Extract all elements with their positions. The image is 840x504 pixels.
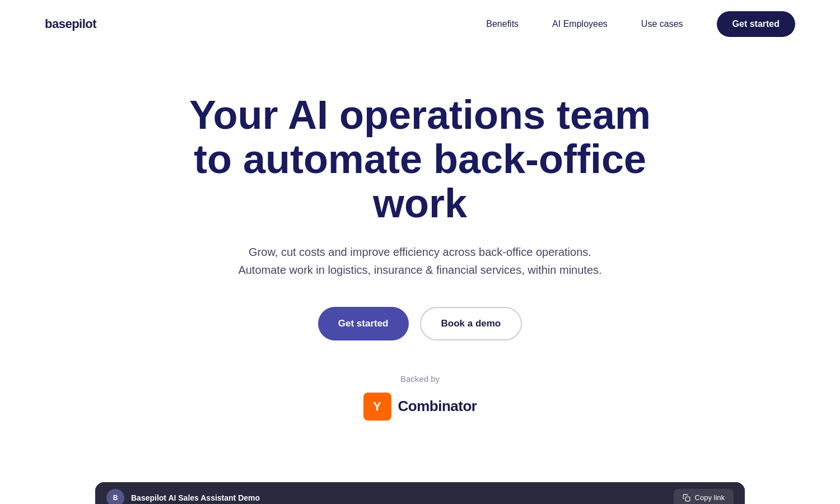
copy-link-button[interactable]: Copy link <box>674 489 734 504</box>
hero-subtitle-line2: Automate work in logistics, insurance & … <box>238 264 601 276</box>
hero-title: Your AI operations team to automate back… <box>168 93 672 226</box>
nav-cta-button[interactable]: Get started <box>717 11 795 37</box>
hero-subtitle-line1: Grow, cut costs and improve efficiency a… <box>249 246 591 258</box>
copy-link-label: Copy link <box>695 493 725 502</box>
video-logo-circle: B <box>106 489 124 504</box>
logo: basepilot <box>45 17 96 31</box>
hero-buttons: Get started Book a demo <box>318 307 522 340</box>
yc-badge: Y Combinator <box>363 393 477 421</box>
video-title: Basepilot AI Sales Assistant Demo <box>131 493 260 502</box>
get-started-button[interactable]: Get started <box>318 307 409 340</box>
hero-subtitle: Grow, cut costs and improve efficiency a… <box>238 243 601 279</box>
hero-section: Your AI operations team to automate back… <box>0 48 840 482</box>
video-toolbar-left: B Basepilot AI Sales Assistant Demo <box>106 489 260 504</box>
video-container: B Basepilot AI Sales Assistant Demo Copy… <box>95 482 745 504</box>
nav-benefits[interactable]: Benefits <box>486 19 519 29</box>
yc-letter: Y <box>373 399 381 414</box>
toolbar-logo-letter: B <box>113 494 118 502</box>
nav-ai-employees[interactable]: AI Employees <box>552 19 608 29</box>
logo-text: basepilot <box>45 17 96 31</box>
yc-name: Combinator <box>398 398 477 415</box>
svg-rect-0 <box>685 497 690 501</box>
video-toolbar-right: Copy link <box>674 489 734 504</box>
copy-icon <box>683 494 690 502</box>
navbar: basepilot Benefits AI Employees Use case… <box>0 0 840 48</box>
book-demo-button[interactable]: Book a demo <box>420 307 522 340</box>
yc-logo: Y <box>363 393 391 421</box>
video-section: B Basepilot AI Sales Assistant Demo Copy… <box>0 482 840 504</box>
nav-links: Benefits AI Employees Use cases Get star… <box>486 11 795 37</box>
backed-by-label: Backed by <box>400 374 440 384</box>
backed-by-section: Backed by Y Combinator <box>363 374 477 421</box>
video-toolbar: B Basepilot AI Sales Assistant Demo Copy… <box>95 482 745 504</box>
nav-use-cases[interactable]: Use cases <box>641 19 683 29</box>
